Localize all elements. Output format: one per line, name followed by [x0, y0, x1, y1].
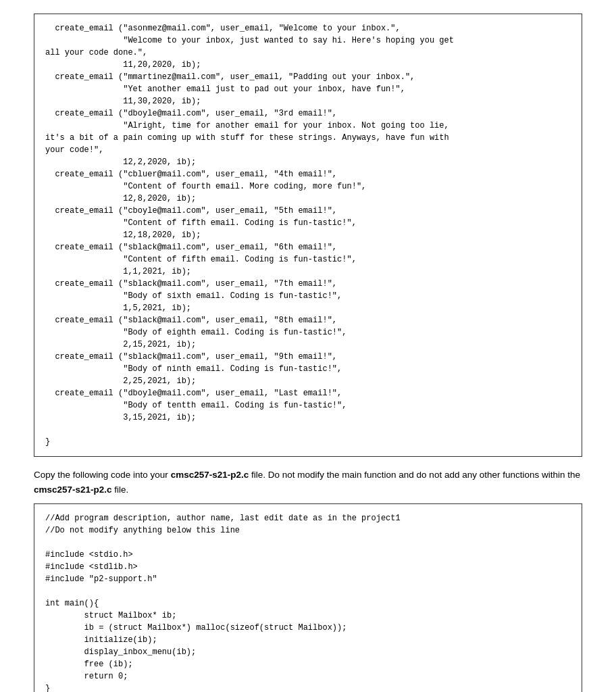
- filename1: cmsc257-s21-p2.c: [171, 470, 249, 480]
- code-block-1: create_email ("asonmez@mail.com", user_e…: [34, 14, 582, 457]
- instruction-part2: file. Do not modify the main function an…: [249, 470, 580, 480]
- instruction-part1: Copy the following code into your: [34, 470, 171, 480]
- instruction-part3: file.: [112, 485, 129, 495]
- filename2: cmsc257-s21-p2.c: [34, 485, 112, 495]
- code-block-2: //Add program description, author name, …: [34, 503, 582, 692]
- instruction-paragraph: Copy the following code into your cmsc25…: [34, 468, 582, 497]
